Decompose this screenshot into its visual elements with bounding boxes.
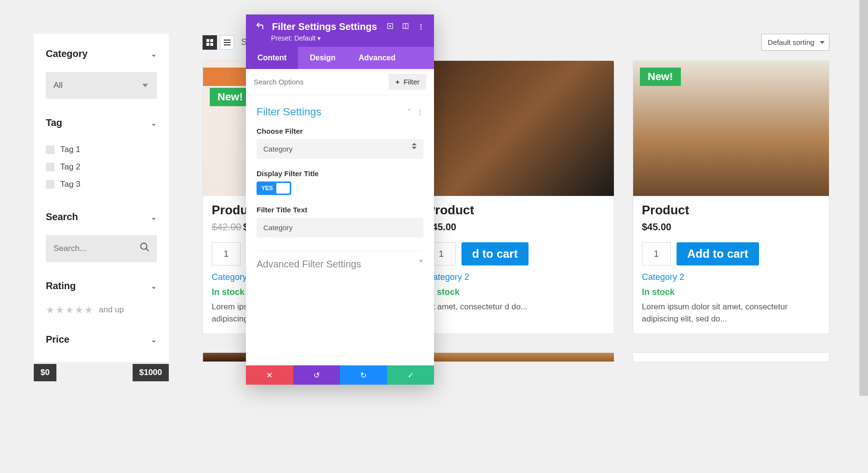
stock-label: In stock [642, 287, 820, 297]
page-root: Category ⌄ All Tag ⌄ Tag 1 Tag 2 Tag 3 S… [0, 0, 868, 362]
title-text-label: Filter Title Text [257, 206, 423, 214]
view-list-button[interactable] [220, 35, 234, 50]
sidebar-section-search[interactable]: Search ⌄ [46, 208, 157, 226]
tag-item[interactable]: Tag 1 [46, 141, 157, 158]
sort-select[interactable]: Default sorting [761, 34, 829, 51]
more-icon[interactable]: ⋮ [418, 23, 424, 31]
expand-icon[interactable] [387, 23, 393, 31]
checkbox-icon [46, 145, 54, 154]
responsive-icon[interactable] [402, 23, 409, 31]
sort-wrap[interactable]: Default sorting [761, 34, 829, 51]
preset-selector[interactable]: Preset: Default ▾ [271, 34, 424, 42]
filter-sidebar: Category ⌄ All Tag ⌄ Tag 1 Tag 2 Tag 3 S… [34, 34, 169, 362]
quantity-stepper[interactable] [212, 242, 241, 265]
chevron-down-icon: ⌄ [151, 336, 157, 344]
redo-button[interactable]: ↻ [340, 365, 387, 385]
product-card: Product $45.00 d to cart Category 2 In s… [418, 60, 614, 334]
display-title-toggle[interactable]: YES [257, 181, 291, 195]
toggle-yes-label: YES [258, 183, 276, 194]
quantity-stepper[interactable] [642, 242, 671, 265]
view-toggle [203, 35, 234, 50]
choose-filter-select[interactable]: Category [257, 139, 423, 159]
price-current: $45.00 [642, 222, 671, 232]
sidebar-section-rating[interactable]: Rating ⌄ [46, 277, 157, 295]
product-card [418, 352, 614, 362]
price-title: Price [46, 334, 69, 345]
modal-title: Filter Settings Settings [272, 21, 379, 32]
choose-filter-label: Choose Filter [257, 127, 423, 135]
category-select-value: All [46, 72, 157, 99]
product-title: Product [427, 203, 605, 218]
sidebar-section-category[interactable]: Category ⌄ [46, 44, 157, 63]
confirm-button[interactable]: ✓ [387, 365, 434, 385]
star-icons: ★★★★★ [46, 304, 94, 316]
view-grid-button[interactable] [203, 35, 217, 50]
modal-header[interactable]: Filter Settings Settings ⋮ Preset: Defau… [246, 14, 434, 47]
category-link[interactable]: Category 2 [427, 272, 605, 282]
price-max-badge[interactable]: $1000 [133, 364, 169, 381]
svg-rect-6 [224, 40, 231, 41]
svg-rect-5 [210, 43, 213, 46]
category-title: Category [46, 48, 88, 59]
price-min-badge[interactable]: $0 [34, 364, 56, 381]
rating-suffix: and up [99, 305, 124, 315]
rating-title: Rating [46, 280, 76, 292]
modal-body: Filter Settings ˄ ⋮ Choose Filter Catego… [246, 95, 434, 365]
add-to-cart-button[interactable]: d to cart [461, 242, 529, 265]
product-desc: sit amet, consectetur d do... [427, 301, 605, 313]
product-image [418, 61, 614, 196]
product-image: New! [633, 61, 829, 196]
new-badge: New! [640, 68, 681, 86]
stock-label: In stock [427, 287, 605, 297]
tag-list: Tag 1 Tag 2 Tag 3 [46, 141, 157, 193]
modal-tabs: Content Design Advanced [246, 47, 434, 69]
svg-rect-3 [210, 39, 213, 42]
svg-point-0 [141, 243, 147, 250]
choose-filter-value: Category [257, 139, 423, 159]
rating-filter[interactable]: ★★★★★ and up [46, 304, 157, 316]
product-desc: Lorem ipsum dolor sit amet, consectetur … [642, 301, 820, 325]
tag-title: Tag [46, 117, 62, 128]
add-to-cart-button[interactable]: Add to cart [677, 242, 759, 265]
svg-point-10 [390, 26, 391, 27]
svg-rect-2 [206, 39, 209, 42]
undo-button[interactable]: ↺ [293, 365, 340, 385]
add-filter-label: Filter [404, 78, 420, 86]
category-select-wrap[interactable]: All [46, 72, 157, 99]
filter-settings-modal: Filter Settings Settings ⋮ Preset: Defau… [246, 14, 434, 385]
add-filter-button[interactable]: + Filter [389, 74, 426, 90]
title-text-input[interactable] [257, 218, 423, 237]
tag-label: Tag 3 [60, 180, 81, 189]
modal-footer: ✕ ↺ ↻ ✓ [246, 365, 434, 385]
svg-rect-7 [224, 42, 231, 43]
search-options-input[interactable] [254, 78, 357, 86]
section-filter-settings[interactable]: Filter Settings ˄ ⋮ [257, 103, 423, 127]
tab-advanced[interactable]: Advanced [347, 47, 407, 69]
product-card [633, 352, 829, 362]
more-icon[interactable]: ⋮ [417, 108, 423, 116]
display-title-label: Display Filter Title [257, 169, 423, 178]
tab-content[interactable]: Content [246, 47, 298, 69]
cancel-button[interactable]: ✕ [246, 365, 293, 385]
tab-design[interactable]: Design [298, 47, 347, 69]
chevron-down-icon: ⌄ [151, 119, 157, 127]
checkbox-icon [46, 180, 54, 189]
category-link[interactable]: Category 2 [642, 272, 820, 282]
product-title: Product [642, 203, 820, 218]
chevron-down-icon: ⌄ [151, 282, 157, 290]
sidebar-section-tag[interactable]: Tag ⌄ [46, 113, 157, 132]
plus-icon: + [395, 78, 400, 86]
product-card: New! Product $45.00 Add to cart Category… [633, 60, 829, 334]
search-icon[interactable] [139, 242, 150, 255]
price-old: $42.00 [212, 222, 241, 232]
back-icon[interactable] [256, 22, 264, 32]
section-advanced-filter-settings[interactable]: Advanced Filter Settings ˅ [257, 251, 423, 275]
modal-action-row: + Filter [246, 69, 434, 95]
svg-rect-8 [224, 44, 231, 45]
tag-item[interactable]: Tag 2 [46, 158, 157, 176]
sidebar-section-price[interactable]: Price ⌄ [46, 330, 157, 349]
scrollbar[interactable] [859, 0, 868, 396]
tag-item[interactable]: Tag 3 [46, 176, 157, 193]
tag-label: Tag 2 [60, 162, 81, 172]
search-title: Search [46, 211, 78, 223]
